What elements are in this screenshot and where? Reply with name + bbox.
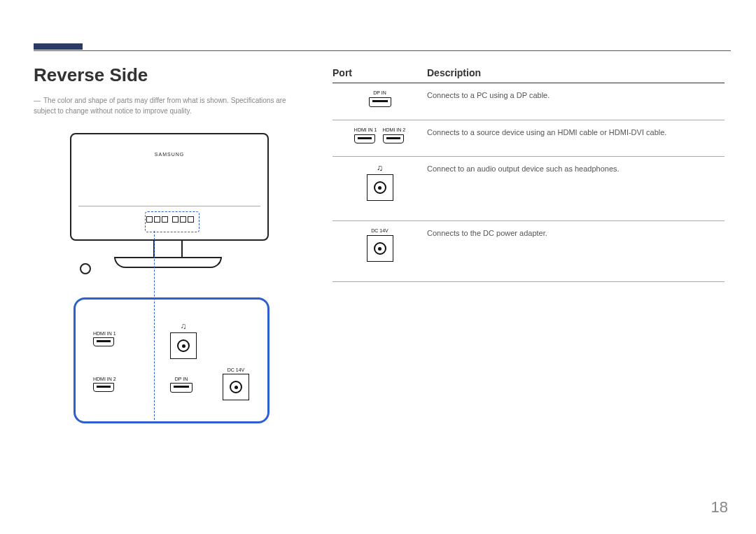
table-header-description: Description bbox=[427, 67, 481, 78]
joystick-button-icon bbox=[80, 263, 91, 274]
port-cluster-callout bbox=[145, 211, 200, 232]
port-label-hdmi1: HDMI IN 1 bbox=[93, 331, 116, 336]
port-label: DC 14V bbox=[371, 228, 388, 233]
port-description-table: Port Description DP IN Connects to a PC … bbox=[332, 67, 724, 282]
table-row: DC 14V Connects to the DC power adapter. bbox=[332, 221, 724, 282]
header-accent-bar bbox=[34, 43, 83, 50]
port-label: DP IN bbox=[373, 90, 386, 95]
port-description: Connects to a source device using an HDM… bbox=[427, 127, 724, 143]
port-detail-panel: HDMI IN 1 HDMI IN 2 ♫ DP IN DC 14V bbox=[74, 297, 270, 423]
hdmi-port-icon bbox=[354, 134, 375, 143]
hdmi-port-icon bbox=[93, 383, 114, 392]
table-header-port: Port bbox=[332, 67, 427, 78]
audio-jack-icon bbox=[170, 332, 197, 359]
port-label: HDMI IN 2 bbox=[383, 127, 406, 132]
hdmi-port-icon bbox=[383, 134, 404, 143]
monitor-brand-label: SAMSUNG bbox=[155, 152, 184, 157]
headphone-icon: ♫ bbox=[377, 164, 383, 172]
disclaimer-note: The color and shape of parts may differ … bbox=[34, 95, 300, 116]
table-row: HDMI IN 1 HDMI IN 2 Connects to a source… bbox=[332, 120, 724, 157]
audio-jack-icon bbox=[367, 174, 393, 201]
section-heading: Reverse Side bbox=[34, 64, 148, 86]
port-label-hdmi2: HDMI IN 2 bbox=[93, 377, 116, 381]
port-description: Connects to a PC using a DP cable. bbox=[427, 90, 724, 107]
port-label-dc: DC 14V bbox=[223, 367, 249, 372]
header-rule bbox=[34, 50, 731, 51]
dc-power-icon bbox=[367, 235, 393, 262]
headphone-icon: ♫ bbox=[170, 322, 197, 330]
port-description: Connects to the DC power adapter. bbox=[427, 228, 724, 262]
monitor-back-illustration: SAMSUNG bbox=[70, 133, 266, 269]
port-label: HDMI IN 1 bbox=[354, 127, 377, 132]
port-label-dp: DP IN bbox=[170, 377, 192, 381]
table-row: DP IN Connects to a PC using a DP cable. bbox=[332, 83, 724, 120]
dp-port-icon bbox=[369, 97, 391, 107]
dc-power-icon bbox=[223, 374, 249, 400]
hdmi-port-icon bbox=[93, 337, 114, 346]
page-number: 18 bbox=[711, 498, 728, 517]
dp-port-icon bbox=[170, 383, 192, 393]
port-description: Connect to an audio output device such a… bbox=[427, 164, 724, 201]
table-row: ♫ Connect to an audio output device such… bbox=[332, 157, 724, 221]
